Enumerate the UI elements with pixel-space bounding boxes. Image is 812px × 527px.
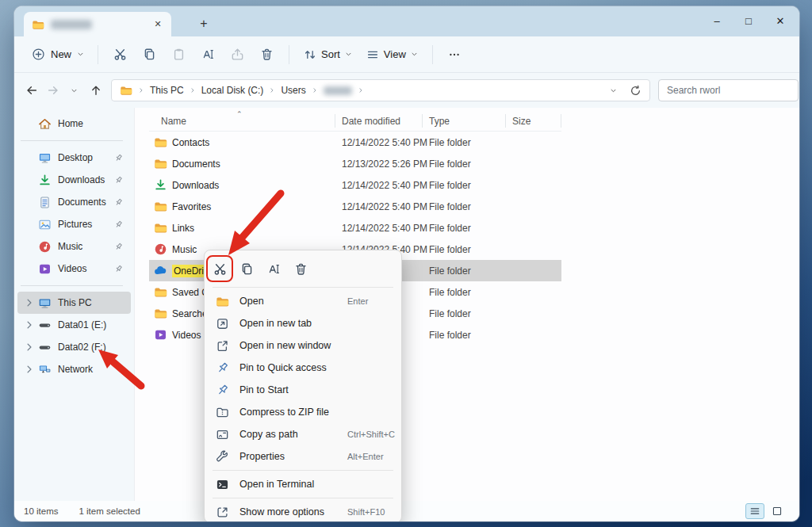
music-icon <box>154 242 167 256</box>
breadcrumb-chevron-icon <box>269 87 275 94</box>
forward-button[interactable] <box>42 78 63 102</box>
tab-close-icon[interactable]: ✕ <box>151 17 165 32</box>
file-row-favorites[interactable]: Favorites12/14/2022 5:40 PMFile folder <box>149 196 561 217</box>
menu-item-properties[interactable]: PropertiesAlt+Enter <box>208 445 398 468</box>
sidebar-item-desktop[interactable]: Desktop <box>17 147 131 169</box>
contacts-icon <box>154 136 167 149</box>
column-header-date-modified[interactable]: Date modified <box>335 111 423 131</box>
menu-item-pin-to-start[interactable]: Pin to Start <box>208 379 398 401</box>
file-row-downloads[interactable]: Downloads12/14/2022 5:40 PMFile folder <box>149 174 561 196</box>
context-delete-button[interactable] <box>289 257 312 281</box>
recent-locations-button[interactable] <box>63 78 85 102</box>
file-row-contacts[interactable]: Contacts12/14/2022 5:40 PMFile folder <box>149 132 561 153</box>
menu-item-compress-to-zip-file[interactable]: Compress to ZIP file <box>208 401 398 423</box>
expand-chevron-icon[interactable] <box>24 297 35 308</box>
sort-button[interactable]: Sort <box>297 44 359 66</box>
wrench-icon <box>216 450 229 464</box>
delete-icon <box>260 48 274 61</box>
sidebar-item-pictures[interactable]: Pictures <box>17 213 131 235</box>
breadcrumb-this-pc[interactable]: This PC <box>150 85 184 96</box>
expand-chevron-icon[interactable] <box>24 364 35 375</box>
minimize-button[interactable]: – <box>701 10 733 32</box>
rename-icon <box>201 48 215 61</box>
sidebar-item-documents[interactable]: Documents <box>17 191 131 213</box>
menu-item-open-in-new-tab[interactable]: Open in new tab <box>208 312 398 334</box>
sort-button-label: Sort <box>321 48 340 60</box>
search-input[interactable] <box>659 85 793 96</box>
details-view-button[interactable] <box>745 503 764 519</box>
delete-button[interactable] <box>252 42 282 67</box>
tab-strip: ✕ + – □ ✕ <box>14 6 799 36</box>
menu-item-open[interactable]: OpenEnter <box>208 290 398 312</box>
sidebar-item-home[interactable]: Home <box>17 113 131 135</box>
column-header-size[interactable]: Size <box>506 111 561 131</box>
breadcrumb-local-disk-c[interactable]: Local Disk (C:) <box>201 85 264 96</box>
sidebar-item-videos[interactable]: Videos <box>17 258 131 280</box>
share-button[interactable] <box>223 42 252 67</box>
sidebar-divider <box>21 285 123 286</box>
sidebar-item-data01-e[interactable]: Data01 (E:) <box>17 314 131 336</box>
sidebar-item-this-pc[interactable]: This PC <box>17 292 131 314</box>
up-button[interactable] <box>85 78 106 102</box>
expand-chevron-icon[interactable] <box>24 319 35 330</box>
context-copy-button[interactable] <box>235 257 259 281</box>
menu-item-open-in-new-window[interactable]: Open in new window <box>208 334 398 357</box>
rename-icon <box>267 262 281 276</box>
view-button[interactable]: View <box>359 44 425 66</box>
sidebar-item-data02-f[interactable]: Data02 (F:) <box>17 336 131 358</box>
documents-icon <box>38 196 52 209</box>
copy-button[interactable] <box>135 42 164 67</box>
expand-chevron-icon[interactable] <box>24 342 35 353</box>
favorites-icon <box>154 200 167 213</box>
pin-icon <box>113 220 124 230</box>
address-bar[interactable]: This PCLocal Disk (C:)Users <box>111 79 650 101</box>
menu-divider <box>213 498 393 498</box>
menu-divider <box>213 287 393 288</box>
rename-button[interactable] <box>193 42 223 67</box>
paste-button[interactable] <box>164 42 193 67</box>
sidebar-item-network[interactable]: Network <box>17 358 131 380</box>
menu-shortcut: Shift+F10 <box>347 507 385 517</box>
tab-folder-icon <box>32 18 44 31</box>
breadcrumb-users[interactable]: Users <box>281 85 305 96</box>
menu-item-open-in-terminal[interactable]: Open in Terminal <box>208 473 398 495</box>
tab-title-redacted <box>51 20 92 29</box>
icons-view-icon <box>772 506 783 517</box>
share-icon <box>231 48 244 61</box>
menu-divider <box>213 470 393 471</box>
sidebar-item-downloads[interactable]: Downloads <box>17 169 131 191</box>
refresh-icon[interactable] <box>630 85 642 97</box>
details-view-icon <box>749 506 760 517</box>
menu-item-copy-as-path[interactable]: Copy as pathCtrl+Shift+C <box>208 423 398 445</box>
back-button[interactable] <box>21 78 42 102</box>
toolbar-separator <box>289 45 289 64</box>
new-button[interactable]: New <box>25 43 90 66</box>
context-cut-button[interactable] <box>208 257 232 281</box>
menu-item-pin-to-quick-access[interactable]: Pin to Quick access <box>208 357 398 379</box>
address-dropdown-icon[interactable] <box>610 87 617 94</box>
file-row-links[interactable]: Links12/14/2022 5:40 PMFile folder <box>149 217 561 239</box>
items-count: 10 items <box>24 506 58 516</box>
cut-button[interactable] <box>105 42 135 67</box>
new-tab-button[interactable]: + <box>193 13 214 34</box>
maximize-button[interactable]: □ <box>733 10 764 32</box>
this-pc-icon <box>38 296 52 310</box>
sidebar-item-music[interactable]: Music <box>17 235 131 258</box>
close-button[interactable]: ✕ <box>764 10 796 32</box>
icons-view-button[interactable] <box>768 503 787 519</box>
see-more-button[interactable] <box>440 42 469 67</box>
column-header-type[interactable]: Type <box>423 111 506 131</box>
folder-icon <box>216 295 229 308</box>
menu-item-show-more-options[interactable]: Show more optionsShift+F10 <box>208 501 398 521</box>
breadcrumb-chevron-icon <box>312 87 318 94</box>
copy-icon <box>143 48 156 61</box>
breadcrumb-chevron-icon <box>190 87 196 94</box>
sort-icon <box>304 48 316 61</box>
column-header-name[interactable]: Name⌃ <box>149 111 335 131</box>
file-row-documents[interactable]: Documents12/13/2022 5:26 PMFile folder <box>149 153 561 174</box>
explorer-tab[interactable]: ✕ <box>24 12 171 36</box>
cut-icon <box>113 48 127 61</box>
pin-icon <box>113 264 124 274</box>
context-rename-button[interactable] <box>262 257 285 281</box>
pin-icon <box>113 197 124 208</box>
